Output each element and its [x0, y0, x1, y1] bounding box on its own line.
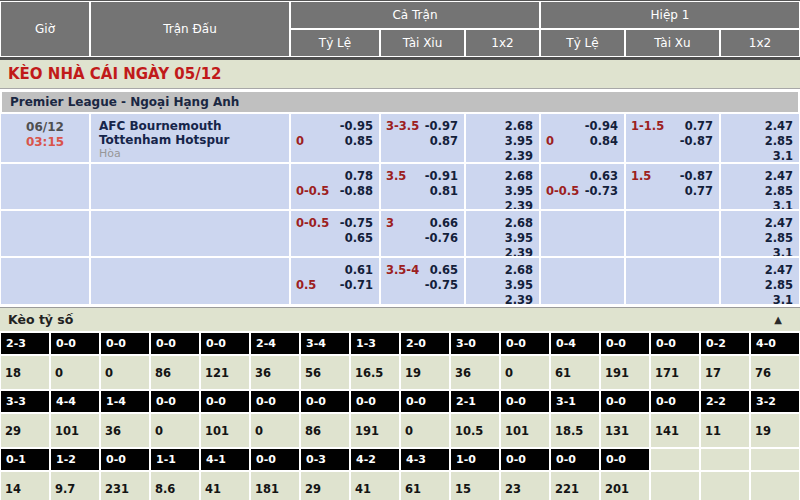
score-odds-cell[interactable]: 0	[501, 356, 549, 389]
odds-line: 2.85	[726, 134, 793, 149]
odds-cell-h1-1x2[interactable]: 2.472.853.1	[721, 114, 799, 162]
score-odds-cell[interactable]: 0	[151, 414, 199, 447]
odds-cell-h1-handicap[interactable]: 0.630-0.5-0.73	[541, 164, 624, 209]
match-teams-cell[interactable]: AFC BournemouthTottenham HotspurHòa	[91, 114, 289, 162]
odds-cell-h1-1x2[interactable]: 2.472.853.1	[721, 258, 799, 304]
odds-cell-ft-overunder[interactable]: 30.66-0.76	[381, 211, 464, 256]
score-odds-cell[interactable]: 61	[401, 472, 449, 500]
odds-line: -0.95	[296, 119, 373, 134]
score-odds-cell[interactable]: 191	[351, 414, 399, 447]
odds-cell-ft-1x2[interactable]: 2.683.952.39	[466, 164, 539, 209]
score-label-cell	[751, 449, 799, 470]
score-label-cell: 1-4	[101, 391, 149, 412]
score-odds-cell[interactable]: 18	[1, 356, 49, 389]
odds-handicap-label: 0	[296, 134, 304, 149]
odds-cell-ft-overunder[interactable]: 3-3.5-0.970.87	[381, 114, 464, 162]
away-team-name[interactable]: Tottenham Hotspur	[99, 133, 289, 147]
odds-line: -0.94	[546, 119, 618, 134]
odds-cell-h1-overunder[interactable]: 1-1.50.77-0.87	[626, 114, 719, 162]
score-odds-cell[interactable]: 171	[651, 356, 699, 389]
odds-line: 3.95	[471, 134, 533, 149]
score-odds-cell[interactable]: 86	[301, 414, 349, 447]
score-odds-cell[interactable]: 101	[51, 414, 99, 447]
odds-cell-h1-1x2[interactable]: 2.472.853.1	[721, 164, 799, 209]
score-odds-cell[interactable]: 8.6	[151, 472, 199, 500]
score-odds-cell[interactable]: 0	[51, 356, 99, 389]
odds-line: 2.68	[471, 216, 533, 231]
score-odds-cell[interactable]: 9.7	[51, 472, 99, 500]
score-label-cell: 0-0	[301, 391, 349, 412]
odds-cell-h1-overunder	[626, 211, 719, 256]
odds-line: 2.39	[471, 246, 533, 256]
score-odds-cell[interactable]: 0	[101, 356, 149, 389]
score-odds-cell[interactable]: 221	[551, 472, 599, 500]
score-odds-cell[interactable]: 41	[201, 472, 249, 500]
score-label-cell: 0-0	[401, 391, 449, 412]
score-odds-cell[interactable]: 101	[501, 414, 549, 447]
score-odds-cell[interactable]: 36	[451, 356, 499, 389]
odds-cell-ft-1x2[interactable]: 2.683.952.39	[466, 114, 539, 162]
collapse-triangle-icon[interactable]: ▲	[774, 314, 782, 325]
score-odds-cell[interactable]: 41	[351, 472, 399, 500]
score-odds-cell[interactable]: 23	[501, 472, 549, 500]
score-odds-cell[interactable]: 10.5	[451, 414, 499, 447]
score-odds-cell[interactable]: 16.5	[351, 356, 399, 389]
odds-cell-ft-handicap[interactable]: -0.9500.85	[291, 114, 379, 162]
odds-cell-h1-overunder[interactable]: 1.5-0.870.77	[626, 164, 719, 209]
score-odds-cell[interactable]: 29	[1, 414, 49, 447]
odds-cell-ft-overunder[interactable]: 3.5-0.910.81	[381, 164, 464, 209]
score-odds-cell[interactable]: 141	[651, 414, 699, 447]
score-label-cell: 1-0	[451, 449, 499, 470]
odds-cell-ft-handicap[interactable]: 0.610.5-0.71	[291, 258, 379, 304]
score-odds-cell[interactable]: 36	[251, 356, 299, 389]
score-odds-cell[interactable]: 76	[751, 356, 799, 389]
match-time-cell	[1, 258, 89, 304]
score-odds-cell[interactable]: 231	[101, 472, 149, 500]
score-label-cell: 3-3	[1, 391, 49, 412]
score-label-cell: 0-0	[601, 391, 649, 412]
score-odds-cell[interactable]: 56	[301, 356, 349, 389]
odds-value: -0.73	[585, 184, 618, 199]
score-odds-cell[interactable]: 201	[601, 472, 649, 500]
score-odds-cell[interactable]: 86	[151, 356, 199, 389]
score-odds-cell[interactable]: 19	[401, 356, 449, 389]
page-title: KÈO NHÀ CÁI NGÀY 05/12	[0, 60, 800, 89]
score-odds-cell[interactable]: 18.5	[551, 414, 599, 447]
score-odds-cell[interactable]: 61	[551, 356, 599, 389]
odds-value: -0.88	[340, 184, 373, 199]
odds-line: 2.39	[471, 293, 533, 304]
odds-value: -0.97	[425, 119, 458, 134]
home-team-name[interactable]: AFC Bournemouth	[99, 119, 289, 133]
score-section-title: Kèo tỷ số	[8, 312, 73, 327]
score-label-cell: 0-2	[701, 333, 749, 354]
odds-line: 3.1	[726, 149, 793, 162]
score-odds-cell[interactable]: 15	[451, 472, 499, 500]
odds-cell-ft-handicap[interactable]: 0-0.5-0.750.65	[291, 211, 379, 256]
odds-value: 2.85	[765, 231, 793, 246]
subheader-h1-1x2: 1x2	[721, 30, 799, 56]
odds-value: 0.61	[345, 263, 373, 278]
odds-cell-ft-handicap[interactable]: 0.780-0.5-0.88	[291, 164, 379, 209]
score-odds-cell[interactable]: 101	[201, 414, 249, 447]
odds-cell-ft-1x2[interactable]: 2.683.952.39	[466, 211, 539, 256]
odds-cell-ft-overunder[interactable]: 3.5-40.65-0.75	[381, 258, 464, 304]
score-odds-cell[interactable]: 191	[601, 356, 649, 389]
score-odds-cell[interactable]: 0	[401, 414, 449, 447]
score-odds-cell[interactable]: 14	[1, 472, 49, 500]
score-label-cell: 0-4	[551, 333, 599, 354]
score-odds-cell[interactable]: 181	[251, 472, 299, 500]
score-odds-cell[interactable]: 17	[701, 356, 749, 389]
odds-handicap-label: 3-3.5	[386, 119, 419, 134]
odds-cell-h1-handicap[interactable]: -0.9400.84	[541, 114, 624, 162]
score-odds-cell[interactable]: 36	[101, 414, 149, 447]
score-odds-cell[interactable]: 11	[701, 414, 749, 447]
score-odds-cell[interactable]: 19	[751, 414, 799, 447]
score-odds-cell[interactable]: 131	[601, 414, 649, 447]
odds-cell-ft-1x2[interactable]: 2.683.952.39	[466, 258, 539, 304]
odds-cell-h1-1x2[interactable]: 2.472.853.1	[721, 211, 799, 256]
league-header: Premier League - Ngoại Hạng Anh	[2, 92, 798, 112]
score-odds-cell[interactable]: 29	[301, 472, 349, 500]
match-teams-cell	[91, 164, 289, 209]
score-odds-cell[interactable]: 0	[251, 414, 299, 447]
score-odds-cell[interactable]: 121	[201, 356, 249, 389]
